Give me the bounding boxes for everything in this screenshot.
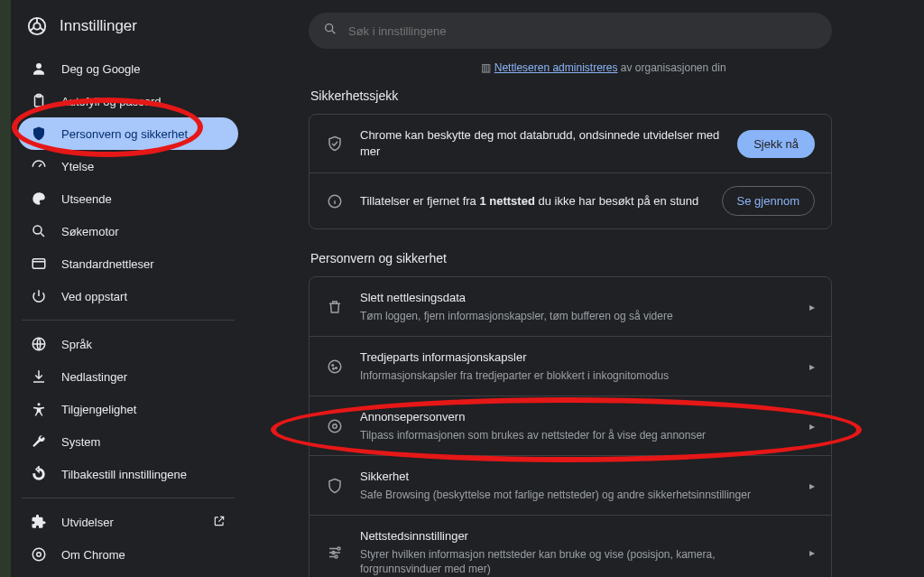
row-third-party-cookies[interactable]: Tredjeparts informasjonskapslerInformasj… — [310, 336, 831, 396]
sidebar-item-label: Tilgjengelighet — [61, 403, 136, 416]
safety-check-row-main: Chrome kan beskytte deg mot databrudd, o… — [310, 115, 831, 172]
sidebar-divider — [22, 498, 235, 498]
browser-icon — [31, 256, 47, 272]
svg-point-21 — [335, 555, 337, 558]
sidebar-item-label: Tilbakestill innstillingene — [61, 468, 187, 481]
chrome-icon — [27, 16, 47, 36]
sidebar-item-label: Utvidelser — [61, 516, 114, 529]
sliders-icon — [326, 544, 344, 561]
managed-link[interactable]: Nettleseren administreres — [494, 61, 618, 74]
row-ad-privacy[interactable]: AnnonsepersonvernTilpass informasjonen s… — [310, 396, 831, 455]
sidebar-item-appearance[interactable]: Utseende — [18, 182, 238, 215]
safety-row-text: Chrome kan beskytte deg mot databrudd, o… — [360, 127, 721, 160]
review-button[interactable]: Se gjennom — [722, 186, 815, 216]
sidebar-item-label: Standardnettleser — [61, 257, 154, 271]
sidebar-item-reset[interactable]: Tilbakestill innstillingene — [18, 458, 238, 490]
sidebar-item-on-startup[interactable]: Ved oppstart — [18, 280, 238, 312]
sidebar-item-label: Ytelse — [61, 160, 94, 173]
sidebar-item-label: Søkemotor — [61, 225, 119, 238]
trash-icon — [326, 299, 344, 315]
reset-icon — [31, 466, 47, 482]
svg-point-17 — [328, 420, 341, 433]
info-icon — [326, 193, 344, 209]
wrench-icon — [31, 433, 47, 450]
sidebar-item-label: Autofyll og passord — [61, 95, 162, 108]
sidebar-item-search-engine[interactable]: Søkemotor — [18, 215, 238, 247]
palette-icon — [31, 191, 47, 207]
extension-icon — [31, 514, 47, 530]
svg-point-19 — [337, 547, 340, 550]
sidebar-item-label: Personvern og sikkerhet — [61, 127, 188, 141]
svg-point-13 — [328, 360, 341, 373]
svg-point-9 — [32, 548, 45, 561]
sidebar-item-extensions[interactable]: Utvidelser — [18, 506, 238, 538]
chevron-right-icon: ▸ — [809, 546, 815, 559]
sidebar-item-performance[interactable]: Ytelse — [18, 150, 238, 182]
cookie-icon — [326, 358, 344, 375]
shield-check-icon — [326, 135, 344, 152]
chevron-right-icon: ▸ — [809, 360, 815, 373]
sidebar-item-downloads[interactable]: Nedlastinger — [18, 360, 238, 393]
speedometer-icon — [31, 158, 47, 174]
svg-point-14 — [332, 365, 334, 367]
row-clear-browsing-data[interactable]: Slett nettlesingsdataTøm loggen, fjern i… — [310, 277, 831, 336]
download-icon — [31, 368, 47, 385]
accessibility-icon — [31, 401, 47, 417]
sidebar-item-privacy[interactable]: Personvern og sikkerhet — [18, 117, 238, 150]
svg-point-18 — [333, 424, 337, 429]
svg-point-2 — [36, 63, 42, 69]
safety-check-card: Chrome kan beskytte deg mot databrudd, o… — [309, 114, 832, 229]
chevron-right-icon: ▸ — [809, 301, 815, 313]
power-icon — [31, 288, 47, 304]
privacy-heading: Personvern og sikkerhet — [310, 251, 899, 265]
shield-icon — [31, 126, 47, 142]
row-security[interactable]: SikkerhetSafe Browsing (beskyttelse mot … — [310, 455, 831, 515]
search-icon — [31, 223, 47, 239]
sidebar-item-default-browser[interactable]: Standardnettleser — [18, 247, 238, 280]
sidebar-item-languages[interactable]: Språk — [18, 328, 238, 360]
main-content: ▥ Nettleseren administreres av organisas… — [245, 0, 924, 577]
sidebar-item-label: Deg og Google — [61, 62, 140, 76]
svg-point-8 — [38, 403, 41, 405]
sidebar-item-you-and-google[interactable]: Deg og Google — [18, 52, 238, 85]
privacy-card: Slett nettlesingsdataTøm loggen, fjern i… — [309, 276, 832, 577]
svg-point-10 — [37, 553, 42, 557]
sidebar-item-label: Om Chrome — [61, 548, 125, 562]
chevron-right-icon: ▸ — [809, 479, 815, 492]
svg-point-15 — [336, 368, 337, 369]
external-link-icon — [213, 515, 226, 530]
check-now-button[interactable]: Sjekk nå — [737, 130, 815, 158]
managed-suffix: av organisasjonen din — [617, 61, 725, 74]
sidebar-item-system[interactable]: System — [18, 425, 238, 458]
svg-point-11 — [326, 24, 333, 32]
safety-check-row-permissions: Tillatelser er fjernet fra 1 nettsted du… — [310, 172, 831, 228]
sidebar-divider — [22, 320, 235, 321]
sidebar-item-accessibility[interactable]: Tilgjengelighet — [18, 393, 238, 425]
brand: Innstillinger — [18, 13, 238, 52]
search-input[interactable] — [348, 24, 818, 38]
sidebar-item-about[interactable]: Om Chrome — [18, 538, 238, 571]
person-icon — [31, 60, 47, 77]
safety-check-heading: Sikkerhetssjekk — [310, 88, 899, 103]
ads-icon — [326, 418, 344, 434]
row-site-settings[interactable]: NettstedsinnstillingerStyrer hvilken inf… — [310, 515, 831, 577]
shield-icon — [326, 478, 344, 494]
chevron-right-icon: ▸ — [809, 420, 815, 433]
safety-row2-text: Tillatelser er fjernet fra 1 nettsted du… — [360, 193, 706, 209]
sidebar-item-label: Ved oppstart — [61, 290, 127, 303]
business-icon: ▥ — [481, 61, 494, 74]
sidebar-item-label: Utseende — [61, 192, 112, 206]
managed-notice: ▥ Nettleseren administreres av organisas… — [309, 61, 899, 74]
left-bg-strip — [0, 0, 11, 577]
search-icon — [323, 22, 337, 40]
svg-point-5 — [33, 226, 42, 234]
svg-rect-6 — [32, 259, 45, 269]
globe-icon — [31, 336, 47, 352]
clipboard-icon — [31, 93, 47, 109]
sidebar-item-label: System — [61, 435, 100, 449]
svg-point-16 — [333, 368, 335, 369]
settings-search[interactable] — [309, 13, 832, 49]
sidebar-item-label: Nedlastinger — [61, 370, 127, 384]
sidebar-item-autofill[interactable]: Autofyll og passord — [18, 85, 238, 117]
svg-point-1 — [33, 23, 40, 29]
